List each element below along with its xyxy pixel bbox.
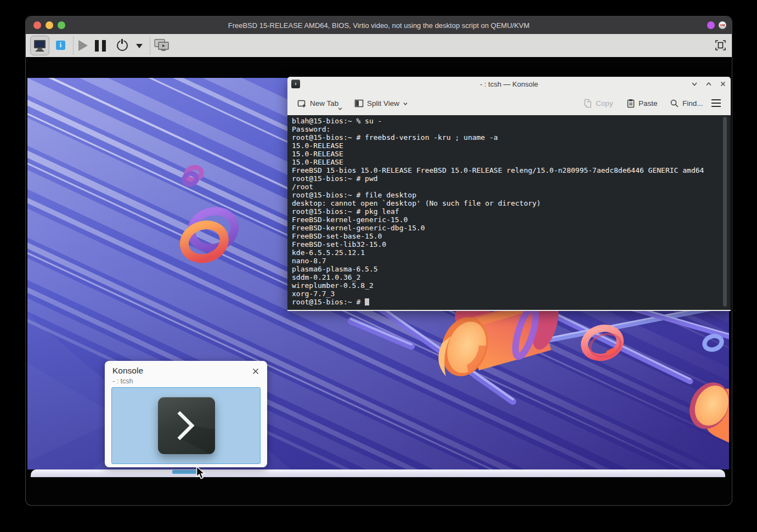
copy-icon — [584, 99, 592, 108]
terminal-line: root@15-bios:~ # file desktop — [292, 191, 723, 199]
terminal-line: 15.0-RELEASE — [292, 158, 723, 166]
hamburger-menu-button[interactable] — [711, 99, 721, 109]
terminal-line: xorg-7.7_3 — [292, 290, 723, 298]
konsole-titlebar[interactable]: › - : tcsh — Konsole — [287, 77, 731, 91]
terminal-cursor — [365, 298, 369, 305]
terminal-line: nano-8.7 — [292, 257, 723, 265]
toolbar-separator — [73, 36, 74, 55]
tooltip-close-icon[interactable] — [252, 367, 259, 375]
konsole-toolbar: New Tab Split View Copy — [287, 91, 731, 115]
copy-button[interactable]: Copy — [584, 91, 613, 115]
terminal-line: kde-6.5.5.25.12.1 — [292, 248, 723, 257]
paste-label: Paste — [639, 99, 658, 107]
terminal-line: Password: — [292, 125, 723, 133]
tooltip-subtitle: - : tcsh — [112, 377, 133, 385]
vm-app-icon: VM — [719, 21, 726, 29]
terminal-line: root@15-bios:~ # pwd — [292, 174, 723, 183]
konsole-launcher-icon — [158, 397, 215, 454]
terminal-line: FreeBSD-kernel-generic-dbg-15.0 — [292, 224, 723, 232]
paste-button[interactable]: Paste — [626, 91, 658, 115]
find-button[interactable]: Find... — [670, 91, 703, 115]
terminal-line: /root — [292, 183, 723, 191]
power-menu-caret-icon[interactable] — [136, 44, 143, 48]
new-tab-icon — [297, 99, 307, 108]
terminal-line: sddm-0.21.0.36_2 — [292, 273, 723, 281]
terminal-line: root@15-bios:~ # freebsd-version -kru ; … — [292, 133, 723, 142]
copy-label: Copy — [596, 99, 613, 107]
terminal-line: root@15-bios:~ # pkg leaf — [292, 207, 723, 216]
split-view-button[interactable]: Split View — [354, 91, 408, 115]
host-titlebar[interactable]: FreeBSD 15-RELEASE AMD64, BIOS, Virtio v… — [26, 16, 732, 34]
power-button[interactable] — [117, 40, 128, 51]
terminal-line: blah@15-bios:~ % su - — [292, 117, 723, 125]
konsole-window: › - : tcsh — Konsole Ne — [287, 77, 731, 311]
paste-icon — [626, 99, 635, 108]
monitor-icon — [31, 36, 49, 55]
terminal-line: plasma6-plasma-6.5.5 — [292, 265, 723, 273]
tooltip-window-preview[interactable] — [111, 387, 261, 464]
host-window-title: FreeBSD 15-RELEASE AMD64, BIOS, Virtio v… — [26, 16, 732, 34]
terminal-prompt-line: root@15-bios:~ # — [292, 298, 723, 306]
displays-button[interactable] — [154, 39, 170, 52]
pause-button[interactable] — [95, 40, 108, 52]
terminal-line: desktop: cannot open `desktop' (No such … — [292, 199, 723, 207]
minimize-icon[interactable] — [691, 81, 698, 87]
split-view-caret-icon — [403, 102, 408, 106]
terminal-output[interactable]: blah@15-bios:~ % su -Password:root@15-bi… — [287, 115, 731, 310]
new-tab-label: New Tab — [310, 99, 338, 107]
terminal-line: FreeBSD-kernel-generic-15.0 — [292, 216, 723, 224]
split-view-label: Split View — [367, 99, 399, 107]
task-tooltip: Konsole - : tcsh — [105, 361, 267, 467]
terminal-line: FreeBSD-set-base-15.0 — [292, 232, 723, 240]
find-icon — [670, 99, 679, 108]
fullscreen-icon — [715, 40, 726, 50]
mouse-cursor — [196, 466, 207, 480]
info-button[interactable]: i — [56, 41, 65, 50]
tooltip-title: Konsole — [112, 366, 143, 376]
terminal-scrollbar[interactable] — [723, 117, 727, 307]
screen: FreeBSD 15-RELEASE AMD64, BIOS, Virtio v… — [0, 0, 757, 532]
terminal-line: FreeBSD-set-lib32-15.0 — [292, 240, 723, 248]
terminal-line: 15.0-RELEASE — [292, 142, 723, 150]
terminal-line: FreeBSD 15-bios 15.0-RELEASE FreeBSD 15.… — [292, 166, 723, 174]
split-view-icon — [354, 99, 364, 108]
play-button[interactable] — [78, 40, 88, 51]
hamburger-icon — [711, 99, 721, 107]
displays-icon — [154, 39, 170, 52]
taskbar-active-task-indicator[interactable] — [172, 470, 197, 474]
new-tab-caret-icon[interactable] — [337, 107, 343, 111]
status-dot-icon — [707, 21, 715, 29]
new-tab-button[interactable]: New Tab — [297, 91, 338, 115]
close-icon[interactable] — [720, 81, 726, 87]
display-button[interactable] — [30, 36, 49, 55]
maximize-icon[interactable] — [705, 81, 712, 87]
konsole-title: - : tcsh — Konsole — [287, 77, 731, 91]
terminal-line: wireplumber-0.5.8_2 — [292, 281, 723, 290]
toolbar-separator — [150, 36, 150, 55]
host-toolbar: i — [26, 34, 732, 57]
vm-host-window: FreeBSD 15-RELEASE AMD64, BIOS, Virtio v… — [26, 16, 732, 505]
fullscreen-button[interactable] — [715, 40, 726, 50]
terminal-line: 15.0-RELEASE — [292, 150, 723, 158]
plasma-taskbar[interactable] — [31, 469, 725, 477]
find-label: Find... — [682, 99, 703, 107]
